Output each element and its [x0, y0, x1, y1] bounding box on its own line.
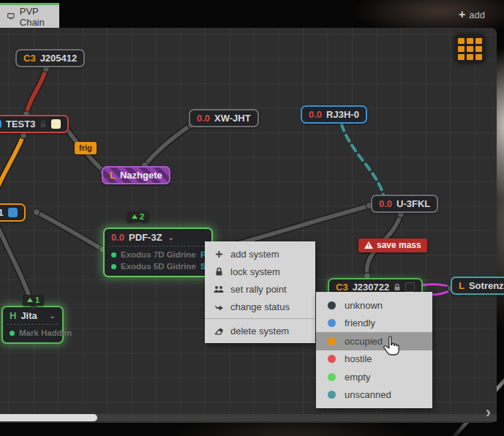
note-icon: [51, 119, 61, 129]
scrollbar-thumb[interactable]: [0, 414, 97, 421]
up-arrow-icon: [27, 298, 33, 302]
menu-item-delete-system[interactable]: delete system: [205, 322, 315, 339]
chevron-down-icon[interactable]: ⌄: [168, 233, 174, 241]
status-label: unscanned: [345, 389, 391, 400]
tab-label: PVP Chain: [20, 6, 52, 28]
pilot-row: Exodus 7D Gidrine Proteus: [111, 249, 205, 260]
status-label: friendly: [345, 317, 375, 328]
lock-icon: [214, 267, 224, 276]
horizontal-scrollbar[interactable]: [0, 414, 497, 421]
menu-item-label: lock system: [230, 266, 280, 277]
security-status: 0.0: [379, 198, 392, 209]
kills-badge: 1: [23, 295, 44, 306]
system-node-801[interactable]: 801: [0, 203, 26, 222]
security-status: 0.0: [309, 109, 322, 120]
system-class: C3: [336, 282, 348, 293]
system-class: L: [110, 170, 116, 181]
map-overview-grid-button[interactable]: [455, 34, 485, 63]
menu-item-change-status[interactable]: change status: [205, 298, 315, 315]
system-name: Sotrenz: [469, 280, 504, 291]
menu-item-add-system[interactable]: add system: [205, 245, 315, 263]
up-arrow-icon: [132, 214, 138, 219]
status-blue-icon: [8, 208, 18, 217]
system-node-test3[interactable]: TEST3: [0, 115, 69, 133]
system-name: RJ3H-0: [326, 109, 359, 120]
menu-item-lock-system[interactable]: lock system: [205, 263, 315, 280]
save-mass-label: save mass: [377, 240, 421, 250]
system-class: H: [10, 310, 16, 321]
system-node-u-3fkl[interactable]: 0.0 U-3FKL: [371, 195, 438, 213]
online-dot-icon: [111, 264, 116, 269]
lock-icon: [394, 283, 401, 291]
status-item-hostile[interactable]: hostile: [316, 350, 432, 369]
status-label: empty: [345, 372, 370, 383]
menu-divider: [205, 318, 315, 319]
pan-right-arrow[interactable]: ›: [486, 407, 491, 418]
status-item-unscanned[interactable]: unscanned: [316, 386, 432, 405]
pilot-name: Mark Hadden: [19, 327, 72, 339]
status-dot-icon: [328, 391, 336, 399]
online-dot-icon: [10, 331, 15, 336]
eraser-icon: [214, 327, 224, 335]
system-node-rj3h-0[interactable]: 0.0 RJ3H-0: [301, 105, 367, 124]
lock-icon: [40, 120, 47, 128]
system-node-pdf-3z[interactable]: 0.0 PDF-3Z ⌄ Exodus 7D Gidrine Proteus E…: [103, 228, 213, 277]
tab-pvp-chain[interactable]: PVP Chain: [0, 3, 59, 28]
plus-icon: [214, 250, 224, 258]
pilot-name: Exodus 5D Gidrine: [121, 260, 196, 272]
add-label: add: [469, 10, 485, 20]
status-submenu: unknown friendly occupied hostile empty …: [316, 292, 432, 408]
system-node-j205412[interactable]: C3 J205412: [15, 49, 85, 67]
kills-count: 1: [35, 296, 40, 304]
security-status: 0.0: [111, 232, 124, 243]
status-item-occupied[interactable]: occupied: [316, 332, 432, 350]
users-icon: [214, 285, 224, 293]
app-window: PVP Chain + add: [0, 0, 504, 436]
menu-item-label: delete system: [230, 326, 289, 337]
system-name: PDF-3Z: [129, 232, 162, 243]
security-status: 0.0: [197, 113, 210, 124]
curved-arrow-icon: [214, 303, 224, 311]
add-map-button[interactable]: + add: [459, 8, 485, 21]
status-dot-icon: [328, 373, 336, 381]
kills-count: 2: [140, 212, 144, 221]
system-node-jita[interactable]: H Jita ⌄ Mark Hadden: [1, 306, 64, 344]
system-name: J230722: [353, 282, 390, 293]
system-node-nazhgete[interactable]: L Nazhgete: [102, 166, 170, 184]
status-label: unknown: [345, 300, 383, 311]
status-item-friendly[interactable]: friendly: [316, 315, 432, 333]
system-class: C3: [23, 53, 36, 64]
menu-item-set-rally-point[interactable]: change status set rally point: [205, 280, 315, 298]
monitor-icon: [7, 12, 15, 21]
frigate-hole-label: frig: [75, 142, 97, 154]
status-blue-icon: [0, 120, 1, 128]
divider: [7, 324, 59, 325]
system-name: 801: [0, 207, 4, 218]
system-name: Jita: [20, 310, 37, 321]
kills-badge: 2: [127, 211, 148, 222]
system-node-xw-jht[interactable]: 0.0 XW-JHT: [189, 109, 259, 127]
chevron-down-icon[interactable]: ⌄: [50, 312, 56, 320]
system-name: U-3FKL: [396, 198, 430, 209]
menu-item-label: change status: [230, 301, 290, 312]
status-label: occupied: [345, 336, 383, 347]
status-item-empty[interactable]: empty: [316, 368, 432, 386]
plus-icon: +: [459, 8, 465, 21]
status-label: hostile: [345, 353, 372, 364]
system-name: XW-JHT: [214, 113, 251, 124]
menu-item-label: add system: [230, 249, 279, 260]
menu-item-label: set rally point: [230, 284, 287, 295]
status-dot-icon: [328, 337, 336, 345]
status-dot-icon: [328, 301, 336, 309]
system-context-menu: add system lock system change status set…: [205, 241, 315, 343]
system-class: L: [459, 280, 464, 291]
system-node-sotrenz[interactable]: L Sotrenz: [451, 277, 504, 295]
system-name: TEST3: [6, 119, 35, 129]
pilot-name: Exodus 7D Gidrine: [121, 249, 196, 260]
online-dot-icon: [111, 252, 116, 258]
status-item-unknown[interactable]: unknown: [316, 296, 432, 315]
save-mass-badge[interactable]: save mass: [358, 238, 427, 252]
empty-status-icon: [405, 282, 415, 292]
system-name: J205412: [40, 53, 78, 64]
pilot-row: Mark Hadden: [10, 327, 56, 339]
